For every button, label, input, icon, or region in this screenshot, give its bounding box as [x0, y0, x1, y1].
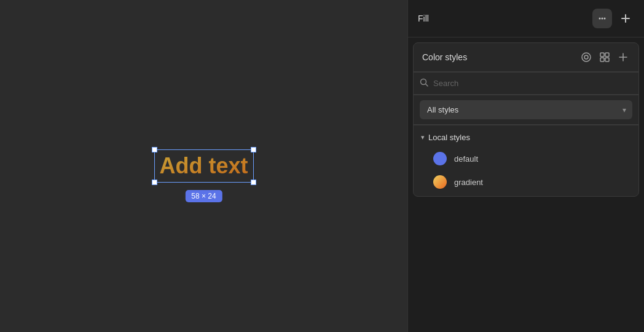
dots-button[interactable] — [592, 9, 612, 28]
grid-icon-button[interactable] — [598, 50, 611, 64]
svg-rect-10 — [605, 58, 609, 61]
right-panel: Fill Color styles — [407, 0, 644, 332]
svg-point-0 — [599, 18, 601, 20]
local-styles-header[interactable]: ▾ Local styles — [414, 128, 638, 147]
handle-top-right[interactable] — [251, 147, 256, 152]
handle-top-left[interactable] — [152, 147, 157, 152]
handle-bottom-left[interactable] — [152, 180, 157, 185]
search-icon — [420, 78, 428, 89]
search-container — [414, 72, 638, 94]
selection-box: Add text — [154, 149, 254, 182]
svg-rect-9 — [600, 58, 604, 61]
chevron-expand-icon: ▾ — [421, 133, 425, 141]
all-styles-dropdown[interactable]: All styles Local styles Team styles — [420, 100, 632, 119]
text-selection: Add text 58 × 24 — [154, 149, 254, 182]
canvas-text: Add text — [160, 153, 248, 178]
add-style-button[interactable] — [616, 50, 630, 64]
add-fill-button[interactable] — [617, 10, 634, 27]
dropdown-row: All styles Local styles Team styles ▾ — [414, 95, 638, 124]
local-styles-label: Local styles — [428, 133, 470, 142]
color-swatch-gradient — [433, 175, 447, 189]
color-item-label-gradient: gradient — [454, 178, 483, 187]
size-badge: 58 × 24 — [185, 190, 222, 202]
library-icon — [581, 52, 592, 63]
add-icon — [618, 52, 629, 63]
color-styles-panel: Color styles — [413, 42, 639, 197]
all-styles-dropdown-wrap: All styles Local styles Team styles ▾ — [420, 100, 632, 119]
local-styles-section: ▾ Local styles default gradient — [414, 125, 638, 196]
svg-rect-7 — [600, 53, 604, 57]
svg-line-14 — [426, 84, 428, 87]
plus-icon — [621, 14, 630, 23]
color-styles-header: Color styles — [414, 43, 638, 71]
search-input[interactable] — [433, 75, 632, 92]
handle-bottom-right[interactable] — [251, 180, 256, 185]
fill-header-actions — [592, 9, 634, 28]
svg-point-2 — [604, 18, 606, 20]
svg-point-5 — [582, 53, 591, 61]
svg-point-1 — [602, 18, 603, 20]
color-item-gradient[interactable]: gradient — [414, 170, 638, 194]
dots-icon — [597, 14, 607, 23]
canvas: Add text 58 × 24 — [0, 0, 407, 332]
color-item-default[interactable]: default — [414, 147, 638, 170]
color-item-label-default: default — [454, 154, 478, 164]
fill-header: Fill — [408, 0, 644, 38]
color-swatch-default — [433, 152, 447, 165]
color-styles-title: Color styles — [422, 52, 467, 62]
svg-rect-8 — [605, 53, 609, 57]
header-icons — [579, 50, 630, 64]
fill-label: Fill — [418, 14, 429, 23]
grid-icon — [599, 52, 610, 63]
svg-point-6 — [584, 55, 588, 59]
library-icon-button[interactable] — [579, 50, 593, 64]
